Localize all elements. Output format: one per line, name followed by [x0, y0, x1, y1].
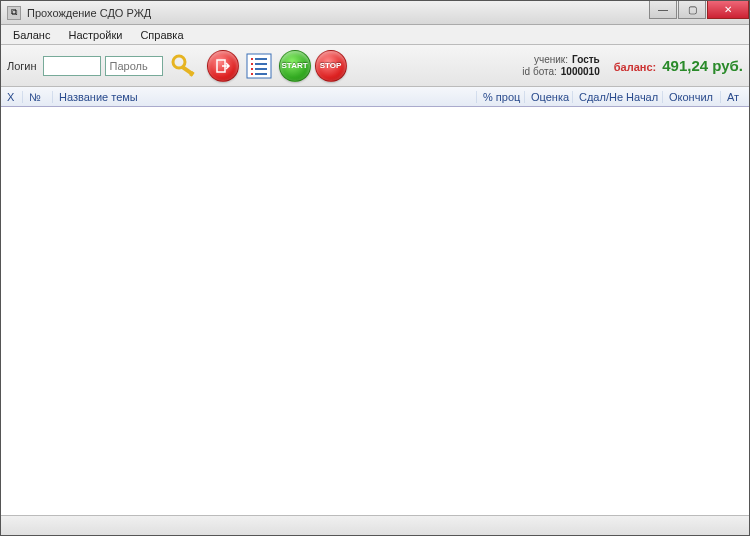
titlebar: ⧉ Прохождение СДО РЖД — ▢ ✕ [1, 1, 749, 25]
login-label: Логин [7, 60, 37, 72]
logout-button[interactable] [207, 50, 239, 82]
balance-block: баланс: 491,24 руб. [614, 57, 743, 74]
start-button[interactable]: START [279, 50, 311, 82]
list-button[interactable] [243, 50, 275, 82]
balance-value: 491,24 руб. [662, 57, 743, 74]
botid-value: 1000010 [561, 66, 600, 78]
table-body [1, 107, 749, 515]
minimize-button[interactable]: — [649, 1, 677, 19]
app-icon: ⧉ [7, 6, 21, 20]
col-att[interactable]: Ат [721, 91, 749, 103]
col-topic[interactable]: Название темы [53, 91, 477, 103]
botid-label: id бота: [522, 66, 556, 78]
window-controls: — ▢ ✕ [649, 1, 749, 19]
window-title: Прохождение СДО РЖД [27, 7, 151, 19]
table-header: Х № Название темы % проц Оценка Сдал/Не … [1, 87, 749, 107]
col-finished[interactable]: Окончил [663, 91, 721, 103]
close-button[interactable]: ✕ [707, 1, 749, 19]
login-input[interactable] [43, 56, 101, 76]
col-x[interactable]: Х [1, 91, 23, 103]
user-value: Гость [572, 54, 600, 66]
key-button[interactable] [167, 50, 203, 82]
stop-button[interactable]: STOP [315, 50, 347, 82]
menu-settings[interactable]: Настройки [60, 27, 130, 43]
user-label: ученик: [534, 54, 568, 66]
menu-help[interactable]: Справка [132, 27, 191, 43]
col-grade[interactable]: Оценка [525, 91, 573, 103]
app-window: ⧉ Прохождение СДО РЖД — ▢ ✕ Баланс Настр… [0, 0, 750, 536]
balance-label: баланс: [614, 61, 656, 73]
menubar: Баланс Настройки Справка [1, 25, 749, 45]
key-icon [170, 53, 200, 79]
toolbar: Логин [1, 45, 749, 87]
start-label: START [282, 61, 308, 70]
stop-label: STOP [320, 61, 342, 70]
user-info: ученик: Гость id бота: 1000010 [522, 54, 599, 78]
col-percent[interactable]: % проц [477, 91, 525, 103]
exit-icon [215, 58, 231, 74]
list-icon [245, 52, 273, 80]
password-input[interactable] [105, 56, 163, 76]
statusbar [1, 515, 749, 535]
col-num[interactable]: № [23, 91, 53, 103]
col-passed[interactable]: Сдал/Не Начал [573, 91, 663, 103]
maximize-button[interactable]: ▢ [678, 1, 706, 19]
menu-balance[interactable]: Баланс [5, 27, 58, 43]
